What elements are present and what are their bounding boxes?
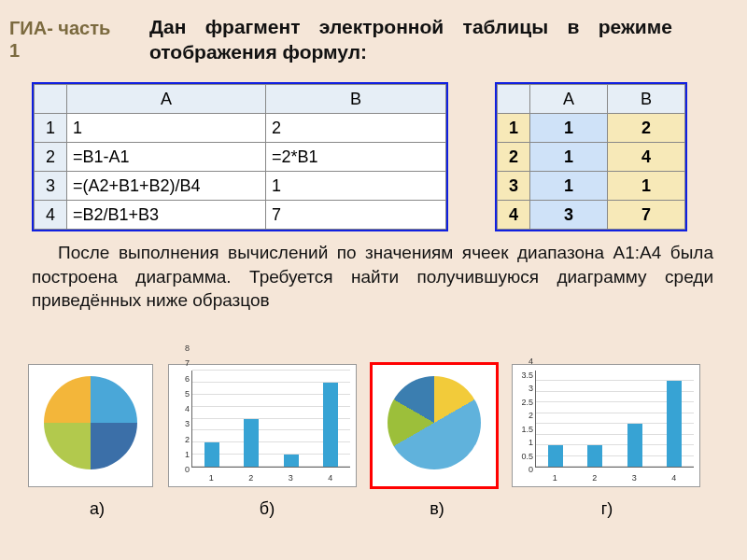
corner-cell <box>35 85 67 114</box>
col-header-b: B <box>266 85 446 114</box>
label-a: а) <box>28 499 166 519</box>
cell: 1 <box>67 114 266 143</box>
row-head: 1 <box>35 114 67 143</box>
chart-option-d[interactable]: 00.511.522.533.541234 <box>512 364 700 487</box>
page-title: Дан фрагмент электронной таблицы в режим… <box>149 14 672 65</box>
cell: 1 <box>530 143 608 172</box>
label-c: в) <box>368 499 506 519</box>
cell: =B2/B1+B3 <box>67 201 266 230</box>
cell: =(A2+B1+B2)/B4 <box>67 172 266 201</box>
corner-cell <box>498 85 530 114</box>
row-head: 2 <box>498 143 530 172</box>
cell: 1 <box>608 172 685 201</box>
option-labels: а) б) в) г) <box>28 499 708 519</box>
row-head: 1 <box>498 114 530 143</box>
section-label: ГИА- часть 1 <box>9 17 112 62</box>
row-head: 4 <box>35 201 67 230</box>
cell: 7 <box>266 201 446 230</box>
pie-chart-icon <box>44 376 137 469</box>
chart-option-c[interactable] <box>372 364 497 487</box>
label-d: г) <box>506 499 708 519</box>
bar-chart <box>535 371 694 468</box>
row-head: 2 <box>35 143 67 172</box>
cell: 2 <box>608 114 685 143</box>
row-head: 4 <box>498 201 530 230</box>
cell: 1 <box>266 172 446 201</box>
row-head: 3 <box>498 172 530 201</box>
label-b: б) <box>166 499 368 519</box>
chart-option-a[interactable] <box>28 364 153 487</box>
col-header-a: A <box>67 85 266 114</box>
col-header-b: B <box>608 85 685 114</box>
cell: =B1-A1 <box>67 143 266 172</box>
cell: 4 <box>608 143 685 172</box>
col-header-a: A <box>530 85 608 114</box>
row-head: 3 <box>35 172 67 201</box>
value-table: A B 1 1 2 2 1 4 3 1 1 4 3 7 <box>495 82 687 231</box>
formula-table: A B 1 1 2 2 =B1-A1 =2*B1 3 =(A2+B1+B2)/B… <box>32 82 448 231</box>
cell: =2*B1 <box>266 143 446 172</box>
chart-options: 0123456781234 00.511.522.533.541234 <box>28 364 700 487</box>
bar-chart <box>191 371 350 468</box>
cell: 1 <box>530 114 608 143</box>
cell: 1 <box>530 172 608 201</box>
pie-chart-icon <box>388 376 481 469</box>
chart-option-b[interactable]: 0123456781234 <box>168 364 357 487</box>
question-text: После выполнения вычислений по значениям… <box>32 241 713 313</box>
cell: 3 <box>530 201 608 230</box>
cell: 7 <box>608 201 685 230</box>
cell: 2 <box>266 114 446 143</box>
